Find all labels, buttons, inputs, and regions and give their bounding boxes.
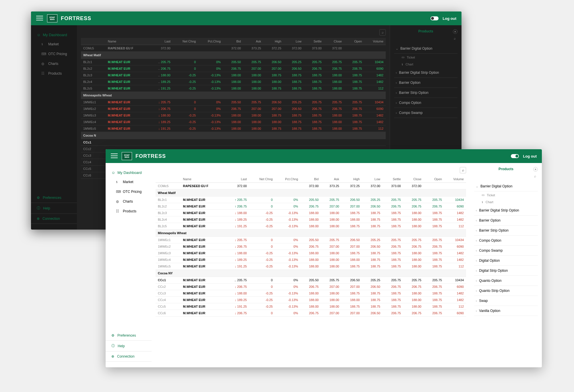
table-row[interactable]: BL2c5M.WHEAT EUR↓ 191.25-0.25-0.13%188.0… xyxy=(156,223,466,230)
product-item[interactable]: ‹Barrier Option xyxy=(394,78,457,88)
column-header[interactable]: Low xyxy=(284,38,304,45)
table-row[interactable]: 1MWEc5M.WHEAT EUR↓ 191.25-0.25-0.13%188.… xyxy=(81,125,386,132)
table-row[interactable]: BL2c2M.WHEAT EUR↑ 206.7500%206.75207.002… xyxy=(156,203,466,210)
column-header[interactable]: Last xyxy=(148,38,173,45)
column-header[interactable]: Pct.Chng xyxy=(275,176,300,183)
table-row[interactable]: CCc4M.WHEAT EUR↓ 189.25-0.25-0.13%188.00… xyxy=(156,297,466,303)
column-header[interactable]: Last xyxy=(224,176,249,183)
table-group-header[interactable]: Minneapolis Wheat xyxy=(81,92,386,99)
product-item-expanded[interactable]: ⌄Barrier Digital Option xyxy=(394,44,457,54)
sidebar-item-products[interactable]: ☷Products xyxy=(31,69,77,78)
table-row[interactable]: 1MWEc3M.WHEAT EUR↓ 188.00-0.25-0.13%188.… xyxy=(81,112,386,119)
column-header[interactable]: High xyxy=(342,176,362,183)
theme-toggle[interactable] xyxy=(511,154,519,158)
search-icon[interactable]: ⌕ xyxy=(452,36,457,41)
table-row[interactable]: CCc5M.WHEAT EUR↓ 191.25-0.25-0.13%188.00… xyxy=(156,303,466,310)
table-group-header[interactable]: Cocoa N xyxy=(81,132,386,139)
column-header[interactable]: Volume xyxy=(444,176,466,183)
column-header[interactable]: Name xyxy=(181,176,224,183)
table-row[interactable]: 1MWEc5M.WHEAT EUR↓ 191.25-0.25-0.13%188.… xyxy=(156,263,466,270)
table-group-header[interactable]: Cocoa NY xyxy=(156,270,466,277)
product-item[interactable]: ‹Compo Option xyxy=(394,98,457,108)
product-item-expanded[interactable]: ⌄Barrier Digital Option xyxy=(474,181,538,191)
table-row[interactable]: BL2c3M.WHEAT EUR.. 188.00-0.25-0.13%188.… xyxy=(81,72,386,79)
sidebar-bottom-preferences[interactable]: ⚙Preferences xyxy=(31,193,77,203)
product-item[interactable]: ‹Swap xyxy=(474,296,538,306)
hamburger-icon[interactable] xyxy=(111,154,118,159)
column-header[interactable]: Volume xyxy=(364,38,386,45)
search-icon[interactable]: ⌕ xyxy=(460,167,466,173)
sidebar-item-otc-pricing[interactable]: ⌨OTC Pricing xyxy=(31,49,77,59)
sidebar-item-otc-pricing[interactable]: ⌨OTC Pricing xyxy=(106,187,152,197)
product-item[interactable]: ‹Compo Swamp xyxy=(474,246,538,256)
column-header[interactable]: Pct.Chng xyxy=(198,38,223,45)
product-item[interactable]: ‹Digital Strip Option xyxy=(474,266,538,276)
column-header[interactable]: High xyxy=(263,38,284,45)
column-header[interactable]: Settle xyxy=(304,38,324,45)
product-item[interactable]: ‹Barrier Strip Option xyxy=(394,88,457,98)
table-row[interactable]: 1MWEc4M.WHEAT EUR↓ 189.25-0.25-0.13%188.… xyxy=(156,257,466,263)
column-header[interactable]: Net Chng xyxy=(173,38,198,45)
table-row[interactable]: 1MWEc1M.WHEAT EUR↓ 205.7500%205.50205.75… xyxy=(81,99,386,106)
column-header[interactable]: Close xyxy=(324,38,344,45)
column-header[interactable]: Bid xyxy=(300,176,321,183)
table-row[interactable]: COMc5RAPESEED EU F372.00372.00373.25372.… xyxy=(156,183,466,189)
column-header[interactable]: Net Chng xyxy=(249,176,275,183)
close-icon[interactable]: × xyxy=(533,167,538,172)
sidebar-bottom-connection[interactable]: ⊕Connection xyxy=(31,214,77,224)
product-item[interactable]: ‹Compo Option xyxy=(474,236,538,246)
sidebar-bottom-help[interactable]: ⓘHelp xyxy=(31,203,77,214)
table-row[interactable]: CCc3M.WHEAT EUR↓ 188.00-0.25-0.13%188.00… xyxy=(156,290,466,297)
product-item[interactable]: ‹Quanto Strip Option xyxy=(474,286,538,296)
table-row[interactable]: 1MWEc3M.WHEAT EUR↓ 188.00-0.25-0.13%188.… xyxy=(156,250,466,257)
sidebar-bottom-preferences[interactable]: ⚙Preferences xyxy=(106,331,152,341)
table-row[interactable]: COMc5RAPESEED EU F372.00372.00373.25372.… xyxy=(81,45,386,52)
product-item[interactable]: ‹Barrier Digital Strip Option xyxy=(394,68,457,78)
table-row[interactable]: BL2c1M.WHEAT EUR.. 205.7500%205.50205.75… xyxy=(81,59,386,65)
product-item[interactable]: ‹Barrier Digital Strip Option xyxy=(474,205,538,216)
column-header[interactable]: Close xyxy=(403,176,424,183)
sidebar-dashboard[interactable]: ☺My Dashboard xyxy=(31,30,77,39)
table-row[interactable]: 1MWEc1M.WHEAT EUR↓ 205.7500%205.50205.75… xyxy=(156,237,466,243)
product-item[interactable]: ‹Quanto Option xyxy=(474,276,538,286)
table-row[interactable]: 1MWEc4M.WHEAT EUR↓ 189.25-0.25-0.13%188.… xyxy=(81,119,386,125)
column-header[interactable]: Ask xyxy=(321,176,342,183)
product-item[interactable]: ‹Digital Option xyxy=(474,256,538,266)
sidebar-item-charts[interactable]: ◍Charts xyxy=(106,197,152,206)
column-header[interactable]: Settle xyxy=(383,176,403,183)
logout-link[interactable]: Log out xyxy=(523,154,537,158)
close-icon[interactable]: × xyxy=(453,29,457,34)
product-sub-chart[interactable]: ⫮Chart xyxy=(474,199,538,205)
sidebar-item-market[interactable]: ⫮Market xyxy=(31,39,77,49)
table-row[interactable]: BL2c5M.WHEAT EUR.. 191.25-0.25-0.13%188.… xyxy=(81,85,386,92)
table-row[interactable]: CCc2M.WHEAT EUR↓ 206.7500%206.75207.0020… xyxy=(156,284,466,290)
sidebar-item-charts[interactable]: ◍Charts xyxy=(31,59,77,69)
column-header[interactable]: Low xyxy=(362,176,383,183)
sidebar-item-market[interactable]: ⫮Market xyxy=(106,177,152,187)
table-row[interactable]: BL2c4M.WHEAT EUR.. 189.25-0.25-0.13%188.… xyxy=(81,79,386,85)
theme-toggle[interactable] xyxy=(430,16,439,20)
sidebar-bottom-help[interactable]: ⓘHelp xyxy=(106,341,152,352)
product-item[interactable]: ‹Barrier Option xyxy=(474,216,538,226)
column-header[interactable]: Open xyxy=(344,38,364,45)
table-row[interactable]: BL2c1M.WHEAT EUR↑ 205.7500%205.50205.752… xyxy=(156,197,466,203)
table-group-header[interactable]: Wheat Matif xyxy=(156,189,466,197)
column-header[interactable]: Open xyxy=(424,176,444,183)
table-row[interactable]: BL2c2M.WHEAT EUR.. 206.7500%206.75207.00… xyxy=(81,65,386,72)
column-header[interactable]: Bid xyxy=(223,38,243,45)
column-header[interactable]: Name xyxy=(106,38,148,45)
table-row[interactable]: CCc1 xyxy=(81,139,386,146)
table-row[interactable]: 1MWEc2M.WHEAT EUR↓ 206.7500%206.75207.00… xyxy=(156,243,466,250)
product-item[interactable]: ‹Vanilla Option xyxy=(474,306,538,316)
table-row[interactable]: BL2c4M.WHEAT EUR↓ 189.25-0.25-0.13%188.0… xyxy=(156,216,466,223)
product-item[interactable]: ‹Barrier Strip Option xyxy=(474,226,538,236)
product-sub-ticket[interactable]: ▭Ticket xyxy=(394,54,457,61)
product-item[interactable]: ‹Compo Swamp xyxy=(394,108,457,118)
search-icon[interactable]: ⌕ xyxy=(379,29,386,36)
hamburger-icon[interactable] xyxy=(36,16,43,21)
product-sub-chart[interactable]: ⫮Chart xyxy=(394,61,457,68)
table-group-header[interactable]: Wheat Matif xyxy=(81,52,386,59)
table-row[interactable]: CCc1M.WHEAT EUR.. 205.7500%205.50205.752… xyxy=(156,277,466,284)
sidebar-bottom-connection[interactable]: ⊕Connection xyxy=(106,352,152,362)
table-group-header[interactable]: Minneapolis Wheat xyxy=(156,230,466,237)
